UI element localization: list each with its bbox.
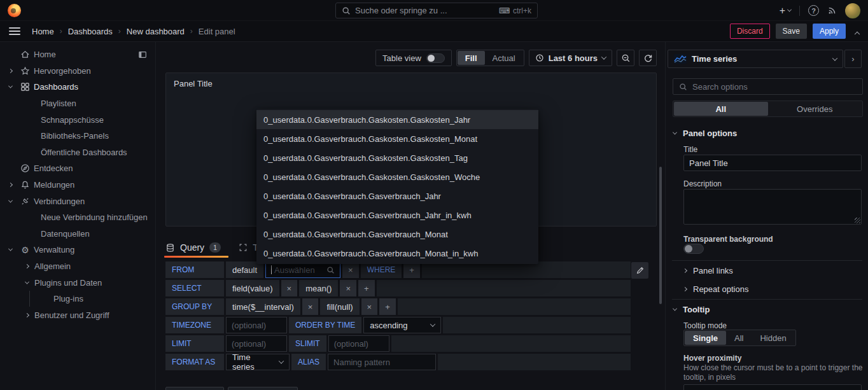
- sidebar-item-alerting[interactable]: Meldungen: [0, 177, 155, 193]
- dock-sidebar-icon[interactable]: [138, 50, 147, 59]
- tooltip-mode-single[interactable]: Single: [685, 331, 726, 345]
- add-query-button-partial[interactable]: [165, 387, 224, 390]
- viz-picker-expand-button[interactable]: ›: [844, 50, 862, 68]
- remove-segment-button[interactable]: ×: [302, 298, 319, 315]
- remove-segment-button[interactable]: ×: [340, 280, 356, 296]
- format-as-select[interactable]: Time series: [226, 354, 290, 370]
- user-avatar[interactable]: [845, 3, 860, 18]
- dropdown-option[interactable]: 0_userdata.0.Gasverbrauch.Gasverbrauch_J…: [256, 186, 538, 205]
- sidebar-item-general[interactable]: Allgemein: [0, 258, 155, 275]
- refresh-button[interactable]: [639, 50, 657, 66]
- breadcrumb-separator: ›: [118, 27, 121, 36]
- tab-query[interactable]: Query 1: [165, 242, 221, 253]
- panel-description-textarea[interactable]: [683, 189, 862, 225]
- apply-button[interactable]: Apply: [813, 24, 846, 39]
- remove-segment-button[interactable]: ×: [281, 280, 298, 296]
- add-expression-button-partial[interactable]: [228, 387, 298, 390]
- chevron-down-icon[interactable]: [0, 200, 17, 203]
- discard-button[interactable]: Discard: [730, 24, 770, 39]
- chevron-right-icon[interactable]: [18, 314, 34, 317]
- add-segment-button[interactable]: +: [379, 298, 396, 315]
- sidebar-item-starred[interactable]: Hervorgehoben: [0, 63, 155, 80]
- alias-input-wrap: [328, 354, 436, 370]
- dropdown-option[interactable]: 0_userdata.0.Gasverbrauch.Gaskosten.Gask…: [256, 129, 538, 148]
- save-button[interactable]: Save: [776, 24, 807, 39]
- dropdown-option[interactable]: 0_userdata.0.Gasverbrauch.Gaskosten.Gask…: [256, 167, 538, 186]
- sidebar-item-public-dashboards[interactable]: Öffentliche Dashboards: [0, 144, 155, 161]
- add-menu-button[interactable]: +: [780, 5, 791, 17]
- timezone-input[interactable]: [232, 321, 281, 330]
- select-mean-segment[interactable]: mean(): [299, 280, 338, 296]
- news-rss-icon[interactable]: [827, 6, 837, 15]
- options-search[interactable]: [673, 78, 863, 95]
- tooltip-mode-hidden[interactable]: Hidden: [752, 331, 794, 345]
- groupby-fill-segment[interactable]: fill(null): [320, 298, 359, 315]
- zoom-out-button[interactable]: [617, 50, 634, 66]
- section-panel-options[interactable]: Panel options: [673, 129, 737, 138]
- dropdown-option[interactable]: 0_userdata.0.Gasverbrauch.Gasverbrauch_M…: [256, 225, 538, 244]
- section-tooltip[interactable]: Tooltip: [673, 305, 710, 314]
- viz-type-picker[interactable]: Time series: [668, 50, 843, 68]
- grafana-logo-icon[interactable]: [8, 4, 21, 17]
- dropdown-option[interactable]: 0_userdata.0.Gasverbrauch.Gasverbrauch_M…: [256, 244, 538, 263]
- table-view-toggle[interactable]: [426, 53, 445, 63]
- select-field-segment[interactable]: field(value): [226, 280, 279, 296]
- section-panel-links[interactable]: Panel links: [683, 266, 733, 275]
- dropdown-option[interactable]: 0_userdata.0.Gasverbrauch.Gasverbrauch_J…: [256, 205, 538, 225]
- sidebar-item-library-panels[interactable]: Bibliotheks-Panels: [0, 128, 155, 144]
- add-segment-button[interactable]: +: [358, 280, 375, 296]
- sidebar-item-dashboards[interactable]: Dashboards: [0, 79, 155, 95]
- search-icon: [326, 266, 335, 274]
- breadcrumb-new-dashboard[interactable]: New dashboard: [127, 27, 185, 36]
- chevron-right-icon[interactable]: [0, 69, 17, 73]
- chevron-down-icon[interactable]: [0, 85, 17, 88]
- sidebar-item-playlists[interactable]: Playlisten: [0, 95, 155, 112]
- tab-all[interactable]: All: [674, 102, 768, 116]
- sidebar-item-administration[interactable]: ⚙ Verwaltung: [0, 242, 155, 258]
- sidebar-item-snapshots[interactable]: Schnappschüsse: [0, 111, 155, 128]
- edit-pane-scrollbar[interactable]: [659, 167, 662, 304]
- sidebar-item-plugins-and-data[interactable]: Plugins und Daten: [0, 274, 155, 291]
- chevron-right-icon[interactable]: [18, 265, 34, 268]
- panel-title-input[interactable]: [683, 155, 862, 171]
- hover-proximity-input[interactable]: [683, 384, 862, 390]
- raw-query-edit-button[interactable]: [631, 262, 648, 279]
- tab-overrides[interactable]: Overrides: [768, 102, 862, 116]
- tooltip-mode-group: Single All Hidden: [683, 330, 796, 346]
- search-shortcut: ⌨ ctrl+k: [499, 6, 531, 15]
- slimit-label: SLIMIT: [289, 335, 326, 352]
- help-icon[interactable]: ?: [808, 5, 819, 16]
- sidebar-item-home[interactable]: Home: [0, 46, 155, 63]
- dropdown-option[interactable]: 0_userdata.0.Gasverbrauch.Gaskosten.Gask…: [256, 110, 538, 129]
- sidebar-item-add-connection[interactable]: Neue Verbindung hinzufügen: [0, 209, 155, 226]
- sidebar-item-connections[interactable]: Verbindungen: [0, 193, 155, 209]
- alias-input[interactable]: [333, 358, 430, 367]
- limit-input[interactable]: [232, 339, 281, 349]
- options-search-input[interactable]: [692, 82, 857, 92]
- sidebar-item-users-access[interactable]: Benutzer und Zugriff: [0, 307, 155, 324]
- dropdown-option[interactable]: 0_userdata.0.Gasverbrauch.Gaskosten.Gask…: [256, 148, 538, 167]
- sidebar-item-plugins[interactable]: Plug-ins: [0, 291, 155, 307]
- actual-option[interactable]: Actual: [485, 51, 523, 65]
- sidebar-item-datasources[interactable]: Datenquellen: [0, 226, 155, 242]
- fill-option[interactable]: Fill: [458, 51, 485, 65]
- chevron-right-icon[interactable]: [0, 183, 17, 186]
- chevron-down-icon[interactable]: [0, 248, 17, 251]
- slimit-input[interactable]: [334, 339, 384, 349]
- orderby-select[interactable]: ascending: [363, 317, 441, 333]
- time-range-picker[interactable]: Last 6 hours: [529, 50, 612, 66]
- groupby-time-segment[interactable]: time($__interval): [226, 298, 300, 315]
- breadcrumb-dashboards[interactable]: Dashboards: [68, 27, 113, 36]
- collapse-header-icon[interactable]: [855, 27, 859, 36]
- section-repeat-options[interactable]: Repeat options: [683, 284, 748, 294]
- breadcrumb-home[interactable]: Home: [32, 27, 54, 36]
- menu-toggle-icon[interactable]: [9, 27, 20, 35]
- chevron-down-icon[interactable]: [18, 281, 34, 284]
- textarea-resize-handle[interactable]: [855, 218, 860, 223]
- sidebar-item-explore[interactable]: Entdecken: [0, 160, 155, 177]
- remove-segment-button[interactable]: ×: [361, 298, 378, 315]
- keyboard-icon: ⌨: [499, 6, 510, 15]
- transparent-bg-toggle[interactable]: [683, 244, 704, 254]
- global-search[interactable]: Suche oder springe zu ... ⌨ ctrl+k: [335, 3, 538, 18]
- tooltip-mode-all[interactable]: All: [726, 331, 752, 345]
